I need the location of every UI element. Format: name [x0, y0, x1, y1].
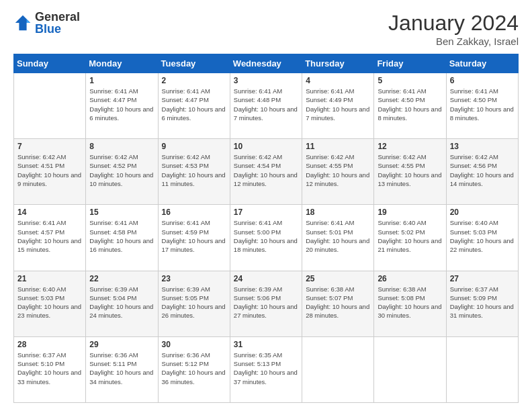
table-row: 5Sunrise: 6:41 AMSunset: 4:50 PMDaylight… [374, 73, 446, 139]
calendar-week-row: 28Sunrise: 6:37 AMSunset: 5:10 PMDayligh… [14, 336, 519, 402]
calendar-week-row: 7Sunrise: 6:42 AMSunset: 4:51 PMDaylight… [14, 139, 519, 205]
day-number: 2 [162, 76, 226, 85]
table-row: 3Sunrise: 6:41 AMSunset: 4:48 PMDaylight… [230, 73, 302, 139]
day-info: Sunrise: 6:37 AMSunset: 5:10 PMDaylight:… [17, 351, 82, 386]
table-row: 23Sunrise: 6:39 AMSunset: 5:05 PMDayligh… [158, 271, 230, 336]
day-number: 27 [450, 274, 515, 283]
day-info: Sunrise: 6:35 AMSunset: 5:13 PMDaylight:… [234, 351, 298, 386]
day-info: Sunrise: 6:41 AMSunset: 5:01 PMDaylight:… [306, 218, 370, 254]
day-info: Sunrise: 6:36 AMSunset: 5:12 PMDaylight:… [162, 351, 226, 386]
table-row: 18Sunrise: 6:41 AMSunset: 5:01 PMDayligh… [302, 205, 374, 271]
day-info: Sunrise: 6:41 AMSunset: 4:47 PMDaylight:… [162, 87, 226, 122]
table-row: 9Sunrise: 6:42 AMSunset: 4:53 PMDaylight… [158, 139, 230, 205]
day-info: Sunrise: 6:38 AMSunset: 5:07 PMDaylight:… [306, 285, 370, 320]
month-title: January 2024 [388, 11, 519, 36]
day-info: Sunrise: 6:41 AMSunset: 4:49 PMDaylight:… [306, 87, 370, 122]
day-info: Sunrise: 6:39 AMSunset: 5:04 PMDaylight:… [89, 285, 154, 320]
day-number: 4 [306, 76, 370, 85]
table-row: 7Sunrise: 6:42 AMSunset: 4:51 PMDaylight… [14, 139, 86, 205]
day-info: Sunrise: 6:42 AMSunset: 4:55 PMDaylight:… [378, 152, 442, 188]
day-number: 24 [234, 274, 298, 283]
day-info: Sunrise: 6:40 AMSunset: 5:03 PMDaylight:… [17, 285, 82, 320]
day-info: Sunrise: 6:41 AMSunset: 4:59 PMDaylight:… [162, 218, 226, 254]
table-row: 20Sunrise: 6:40 AMSunset: 5:03 PMDayligh… [446, 205, 518, 271]
day-number: 16 [162, 208, 226, 217]
table-row: 13Sunrise: 6:42 AMSunset: 4:56 PMDayligh… [446, 139, 518, 205]
day-number: 6 [450, 76, 515, 85]
col-wednesday: Wednesday [230, 54, 302, 73]
calendar-table: Sunday Monday Tuesday Wednesday Thursday… [13, 54, 519, 403]
table-row: 4Sunrise: 6:41 AMSunset: 4:49 PMDaylight… [302, 73, 374, 139]
day-info: Sunrise: 6:42 AMSunset: 4:56 PMDaylight:… [450, 152, 515, 188]
day-number: 5 [378, 76, 442, 85]
table-row: 29Sunrise: 6:36 AMSunset: 5:11 PMDayligh… [86, 336, 158, 402]
logo-icon [13, 13, 32, 32]
table-row [302, 336, 374, 402]
day-info: Sunrise: 6:40 AMSunset: 5:02 PMDaylight:… [378, 218, 442, 254]
day-info: Sunrise: 6:41 AMSunset: 4:50 PMDaylight:… [378, 87, 442, 122]
svg-marker-1 [27, 19, 31, 23]
col-friday: Friday [374, 54, 446, 73]
day-number: 3 [234, 76, 298, 85]
day-info: Sunrise: 6:42 AMSunset: 4:53 PMDaylight:… [162, 152, 226, 188]
page: General Blue January 2024 Ben Zakkay, Is… [0, 0, 532, 411]
day-info: Sunrise: 6:39 AMSunset: 5:06 PMDaylight:… [234, 285, 298, 320]
day-number: 25 [306, 274, 370, 283]
day-number: 22 [89, 274, 154, 283]
day-info: Sunrise: 6:41 AMSunset: 4:47 PMDaylight:… [89, 87, 154, 122]
table-row: 26Sunrise: 6:38 AMSunset: 5:08 PMDayligh… [374, 271, 446, 336]
day-info: Sunrise: 6:41 AMSunset: 4:48 PMDaylight:… [234, 87, 298, 122]
day-number: 29 [89, 340, 154, 349]
logo-blue-text: Blue [35, 23, 80, 35]
table-row: 14Sunrise: 6:41 AMSunset: 4:57 PMDayligh… [14, 205, 86, 271]
day-number: 9 [162, 142, 226, 151]
day-number: 1 [89, 76, 154, 85]
calendar-week-row: 1Sunrise: 6:41 AMSunset: 4:47 PMDaylight… [14, 73, 519, 139]
day-info: Sunrise: 6:39 AMSunset: 5:05 PMDaylight:… [162, 285, 226, 320]
table-row: 30Sunrise: 6:36 AMSunset: 5:12 PMDayligh… [158, 336, 230, 402]
table-row: 28Sunrise: 6:37 AMSunset: 5:10 PMDayligh… [14, 336, 86, 402]
table-row: 12Sunrise: 6:42 AMSunset: 4:55 PMDayligh… [374, 139, 446, 205]
table-row: 2Sunrise: 6:41 AMSunset: 4:47 PMDaylight… [158, 73, 230, 139]
table-row: 8Sunrise: 6:42 AMSunset: 4:52 PMDaylight… [86, 139, 158, 205]
table-row: 24Sunrise: 6:39 AMSunset: 5:06 PMDayligh… [230, 271, 302, 336]
col-monday: Monday [86, 54, 158, 73]
day-info: Sunrise: 6:41 AMSunset: 4:50 PMDaylight:… [450, 87, 515, 122]
logo-general-text: General [35, 11, 80, 23]
calendar-week-row: 14Sunrise: 6:41 AMSunset: 4:57 PMDayligh… [14, 205, 519, 271]
table-row: 25Sunrise: 6:38 AMSunset: 5:07 PMDayligh… [302, 271, 374, 336]
day-number: 13 [450, 142, 515, 151]
day-info: Sunrise: 6:42 AMSunset: 4:51 PMDaylight:… [17, 152, 82, 188]
day-info: Sunrise: 6:41 AMSunset: 5:00 PMDaylight:… [234, 218, 298, 254]
header: General Blue January 2024 Ben Zakkay, Is… [13, 11, 519, 47]
table-row: 21Sunrise: 6:40 AMSunset: 5:03 PMDayligh… [14, 271, 86, 336]
day-info: Sunrise: 6:38 AMSunset: 5:08 PMDaylight:… [378, 285, 442, 320]
table-row [14, 73, 86, 139]
day-info: Sunrise: 6:42 AMSunset: 4:55 PMDaylight:… [306, 152, 370, 188]
day-number: 20 [450, 208, 515, 217]
day-info: Sunrise: 6:37 AMSunset: 5:09 PMDaylight:… [450, 285, 515, 320]
col-tuesday: Tuesday [158, 54, 230, 73]
col-saturday: Saturday [446, 54, 518, 73]
day-info: Sunrise: 6:41 AMSunset: 4:57 PMDaylight:… [17, 218, 82, 254]
table-row: 22Sunrise: 6:39 AMSunset: 5:04 PMDayligh… [86, 271, 158, 336]
day-info: Sunrise: 6:42 AMSunset: 4:52 PMDaylight:… [89, 152, 154, 188]
day-info: Sunrise: 6:40 AMSunset: 5:03 PMDaylight:… [450, 218, 515, 254]
table-row: 19Sunrise: 6:40 AMSunset: 5:02 PMDayligh… [374, 205, 446, 271]
day-number: 12 [378, 142, 442, 151]
calendar-week-row: 21Sunrise: 6:40 AMSunset: 5:03 PMDayligh… [14, 271, 519, 336]
day-number: 26 [378, 274, 442, 283]
location-subtitle: Ben Zakkay, Israel [388, 36, 519, 47]
day-info: Sunrise: 6:42 AMSunset: 4:54 PMDaylight:… [234, 152, 298, 188]
day-number: 7 [17, 142, 82, 151]
title-block: January 2024 Ben Zakkay, Israel [388, 11, 519, 47]
day-number: 14 [17, 208, 82, 217]
day-info: Sunrise: 6:41 AMSunset: 4:58 PMDaylight:… [89, 218, 154, 254]
day-number: 31 [234, 340, 298, 349]
day-number: 18 [306, 208, 370, 217]
calendar-header-row: Sunday Monday Tuesday Wednesday Thursday… [14, 54, 519, 73]
table-row: 16Sunrise: 6:41 AMSunset: 4:59 PMDayligh… [158, 205, 230, 271]
table-row: 1Sunrise: 6:41 AMSunset: 4:47 PMDaylight… [86, 73, 158, 139]
day-number: 21 [17, 274, 82, 283]
table-row: 6Sunrise: 6:41 AMSunset: 4:50 PMDaylight… [446, 73, 518, 139]
